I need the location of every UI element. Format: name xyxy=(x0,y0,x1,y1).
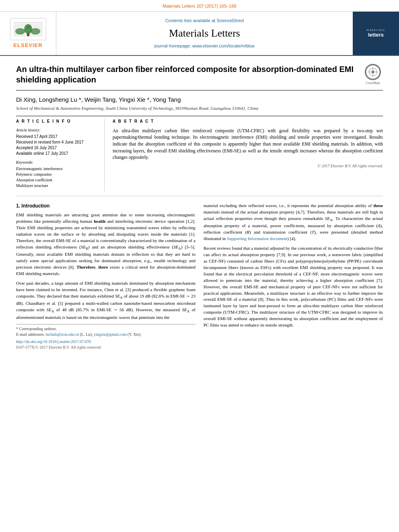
article-title-text: An ultra-thin multilayer carbon fiber re… xyxy=(16,64,357,85)
history-label: Article history: xyxy=(16,127,99,133)
top-bar: Materials Letters 207 (2017) 165–168 xyxy=(0,0,399,12)
info-abstract-section: A R T I C L E I N F O Article history: R… xyxy=(16,119,383,196)
abstract-heading: A B S T R A C T xyxy=(113,119,383,124)
footnote-section: * Corresponding authors. E-mail addresse… xyxy=(16,324,195,351)
svg-point-2 xyxy=(15,28,25,35)
keyword-3: Absorption coefficient xyxy=(16,177,99,183)
elsevier-tree-svg: 🌿 xyxy=(12,20,44,38)
authors-section: Di Xing, Longsheng Lu *, Weijin Tang, Yi… xyxy=(16,95,383,116)
authors-text: Di Xing, Longsheng Lu *, Weijin Tang, Yi… xyxy=(16,96,181,103)
keyword-4: Multilayer structure xyxy=(16,183,99,189)
body-left-column: 1. Introduction EMI shielding materials … xyxy=(16,203,195,351)
crossmark-badge xyxy=(365,64,381,80)
corresponding-footnote: * Corresponding authors. xyxy=(16,326,195,332)
issn-line: 0167-577X/© 2017 Elsevier B.V. All right… xyxy=(16,345,195,351)
ml-logo-main-text: letters xyxy=(366,32,385,39)
article-info-heading: A R T I C L E I N F O xyxy=(16,119,99,124)
publisher-logo-section: 🌿 ELSEVIER xyxy=(0,12,56,55)
journal-title: Materials Letters xyxy=(169,26,240,41)
article-container: An ultra-thin multilayer carbon fiber re… xyxy=(0,56,399,359)
keywords-label: Keywords: xyxy=(16,160,99,165)
abstract-text: An ultra-thin multilayer carbon fiber re… xyxy=(113,127,383,161)
authors-line: Di Xing, Longsheng Lu *, Weijin Tang, Yi… xyxy=(16,95,383,104)
keyword-1: Electromagnetic interference xyxy=(16,166,99,172)
body-right-column: material excluding their reflected waves… xyxy=(204,203,383,351)
journal-header: 🌿 ELSEVIER Contents lists available at S… xyxy=(0,12,399,56)
materials-letters-logo: materials letters xyxy=(366,28,385,39)
crossmark-section: CrossMark xyxy=(363,64,383,85)
article-title: An ultra-thin multilayer carbon fiber re… xyxy=(16,64,357,85)
homepage-text: journal homepage: www.elsevier.com/locat… xyxy=(154,43,255,48)
crossmark-icon xyxy=(366,65,380,79)
intro-paragraph-2: Over past decades, a large amount of EMI… xyxy=(16,280,195,321)
doi-line[interactable]: http://dx.doi.org/10.1016/j.matlet.2017.… xyxy=(16,339,195,345)
keyword-2: Polymeric composites xyxy=(16,172,99,177)
sciencedirect-link[interactable]: ScienceDirect xyxy=(216,18,244,23)
elsevier-logo: 🌿 ELSEVIER xyxy=(10,18,46,49)
accepted-date: Accepted 16 July 2017 xyxy=(16,145,99,151)
email-footnote: E-mail addresses: mchuls@scut.edu.cn (L.… xyxy=(16,332,195,337)
body-content: 1. Introduction EMI shielding materials … xyxy=(16,203,383,351)
introduction-heading: 1. Introduction xyxy=(16,203,195,210)
svg-rect-5 xyxy=(27,33,29,36)
crossmark-label: CrossMark xyxy=(366,81,380,85)
svg-point-8 xyxy=(371,70,374,74)
received-date-2: Received in revised form 4 June 2017 xyxy=(16,140,99,145)
journal-citation: Materials Letters 207 (2017) 165–168 xyxy=(162,4,236,8)
article-info-column: A R T I C L E I N F O Article history: R… xyxy=(16,119,105,192)
copyright-line: © 2017 Elsevier B.V. All rights reserved… xyxy=(113,163,383,169)
article-title-section: An ultra-thin multilayer carbon fiber re… xyxy=(16,64,383,90)
journal-homepage: journal homepage: www.elsevier.com/locat… xyxy=(154,43,255,49)
keywords-block: Keywords: Electromagnetic interference P… xyxy=(16,160,99,189)
elsevier-logo-image: 🌿 xyxy=(10,18,46,40)
right-paragraph-1: material excluding their reflected waves… xyxy=(204,203,383,242)
received-date-1: Received 17 April 2017 xyxy=(16,134,99,140)
supporting-info-link[interactable]: Supporting Information document xyxy=(227,236,287,241)
available-date: Available online 17 July 2017 xyxy=(16,151,99,156)
email-link-2[interactable]: yingxie@gmail.com xyxy=(94,332,127,337)
svg-point-4 xyxy=(31,28,40,35)
article-history-block: Article history: Received 17 April 2017 … xyxy=(16,127,99,156)
journal-logo-right: materials letters xyxy=(353,12,399,55)
ml-logo-top-text: materials xyxy=(366,28,385,32)
intro-paragraph-1: EMI shielding materials are attracting g… xyxy=(16,212,195,277)
right-paragraph-2: Recent reviews found that a material adj… xyxy=(204,245,383,329)
contents-available-line: Contents lists available at ScienceDirec… xyxy=(165,18,244,24)
elsevier-label: ELSEVIER xyxy=(13,42,42,49)
affiliation-line: School of Mechanical & Automotive Engine… xyxy=(16,105,383,111)
email-link-1[interactable]: mchuls@scut.edu.cn xyxy=(45,332,79,337)
journal-header-center: Contents lists available at ScienceDirec… xyxy=(56,12,353,55)
abstract-column: A B S T R A C T An ultra-thin multilayer… xyxy=(113,119,383,192)
